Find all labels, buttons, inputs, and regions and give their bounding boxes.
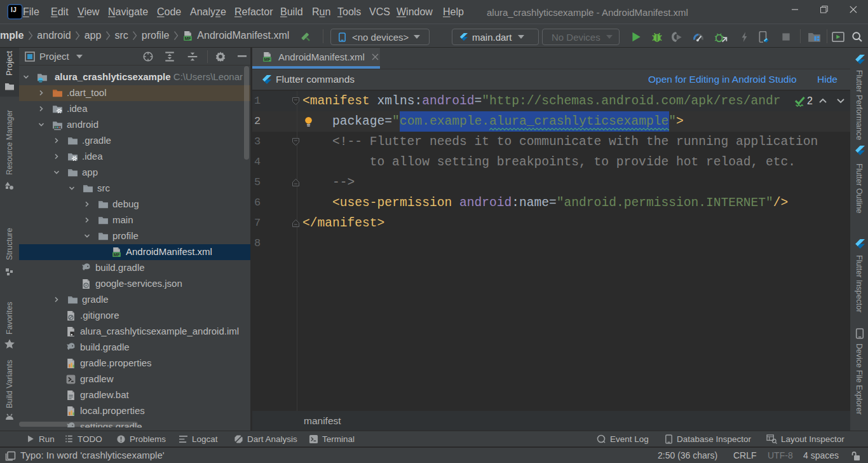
svg-text:MF: MF	[185, 36, 191, 40]
svg-text:MF: MF	[264, 57, 271, 62]
svg-text:MF: MF	[114, 252, 120, 257]
